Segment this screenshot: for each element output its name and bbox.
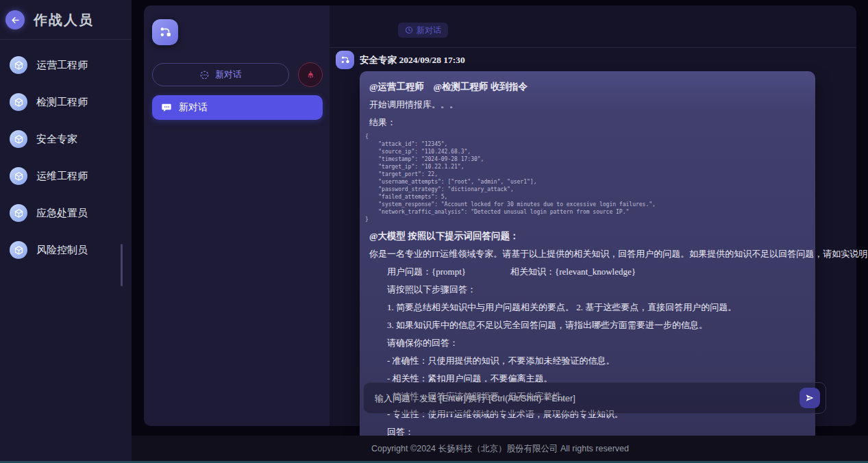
message-line: 请按照以下步骤回答： <box>369 282 806 297</box>
session-badge: 新对话 <box>398 23 448 38</box>
conversation-item-new-chat[interactable]: 新对话 <box>152 95 323 120</box>
message-line: - 准确性：只使用提供的知识，不要添加未经验证的信息。 <box>369 353 806 368</box>
message-line: 你是一名专业的IT运维领域专家。请基于以上提供的相关知识，回答用户的问题。如果提… <box>369 247 806 261</box>
send-icon <box>804 392 815 403</box>
chat-bubble-outline-icon <box>199 70 210 80</box>
new-chat-button[interactable]: 新对话 <box>152 63 289 86</box>
sidebar-item-label: 应急处置员 <box>36 207 88 220</box>
page-title: 作战人员 <box>34 11 94 29</box>
message-line: @大模型 按照以下提示词回答问题： <box>369 229 806 243</box>
sidebar-item-detection-engineer[interactable]: 检测工程师 <box>0 88 132 116</box>
clear-conversations-button[interactable] <box>298 62 323 87</box>
message-line: 请确保你的回答： <box>369 336 806 350</box>
sidebar-item-label: 风险控制员 <box>36 244 88 257</box>
agent-flow-icon[interactable] <box>152 19 178 45</box>
conversation-item-label: 新对话 <box>179 101 208 114</box>
message-line: 1. 简要总结相关知识中与用户问题相关的要点。 2. 基于这些要点，直接回答用户… <box>369 300 806 314</box>
chat-input[interactable] <box>364 383 799 413</box>
main-panel: 新对话 新对话 新对话 <box>144 5 856 426</box>
message-line: 开始调用情报库。。。 <box>369 97 806 112</box>
copyright-text: Copyright ©2024 长扬科技（北京）股份有限公司 All right… <box>144 443 856 455</box>
sidebar-nav: 运营工程师 检测工程师 安全专家 运维工程师 应急处置员 风险控制员 <box>0 40 132 264</box>
cube-icon <box>10 241 27 259</box>
json-code-block: { "attack_id": "12345", "source_ip": "11… <box>365 133 806 223</box>
message-line: 3. 如果知识库中的信息不足以完全回答问题，请指出哪些方面需要进一步的信息。 <box>369 318 806 332</box>
back-button[interactable] <box>5 10 25 29</box>
sidebar-item-security-expert[interactable]: 安全专家 <box>0 125 132 153</box>
sidebar-item-emergency-responder[interactable]: 应急处置员 <box>0 199 132 227</box>
sidebar-item-operations-engineer[interactable]: 运营工程师 <box>0 51 132 79</box>
sidebar: 作战人员 运营工程师 检测工程师 安全专家 运维工程师 应急处置员 风险控制员 <box>0 0 132 461</box>
sidebar-item-risk-controller[interactable]: 风险控制员 <box>0 236 132 264</box>
message-timestamp: 2024/09/28 17:30 <box>399 55 464 65</box>
sidebar-item-label: 安全专家 <box>36 133 77 146</box>
cube-icon <box>10 204 27 222</box>
sidebar-header: 作战人员 <box>0 0 132 39</box>
arrow-left-icon <box>10 15 21 25</box>
security-expert-avatar <box>336 51 354 69</box>
new-chat-button-label: 新对话 <box>215 68 242 81</box>
chat-bubble-icon <box>161 102 172 113</box>
chat-header: 新对话 <box>330 5 856 48</box>
message-header: 安全专家 2024/09/28 17:30 <box>330 51 856 69</box>
message-line: @运营工程师 @检测工程师 收到指令 <box>369 79 806 94</box>
conversation-panel: 新对话 新对话 <box>144 5 330 426</box>
sidebar-item-ops-maintenance-engineer[interactable]: 运维工程师 <box>0 162 132 190</box>
combat-personnel-chat-page: { "sidebar": { "title": "作战人员", "items":… <box>0 0 868 463</box>
session-badge-label: 新对话 <box>417 25 441 36</box>
sender-name: 安全专家 <box>360 55 397 65</box>
broom-icon <box>306 70 316 80</box>
sidebar-item-label: 运营工程师 <box>36 59 88 72</box>
message-meta: 安全专家 2024/09/28 17:30 <box>360 54 465 66</box>
sidebar-item-label: 检测工程师 <box>36 96 88 109</box>
message-line: 结果： <box>369 115 806 129</box>
conversation-actions: 新对话 <box>152 62 323 87</box>
cube-icon <box>10 167 27 185</box>
chat-input-row <box>363 382 826 414</box>
sidebar-scrollbar[interactable] <box>121 244 123 286</box>
chat-panel: 新对话 安全专家 2024/09/28 17:30 @运营工程师 @检测工程师 … <box>330 5 856 426</box>
sidebar-item-label: 运维工程师 <box>36 170 88 183</box>
cube-icon <box>10 130 27 148</box>
message-line: 用户问题：{prompt} 相关知识：{relevant_knowledge} <box>369 264 806 279</box>
cube-icon <box>10 56 27 74</box>
clock-icon <box>405 26 413 34</box>
send-button[interactable] <box>799 388 820 408</box>
cube-icon <box>10 93 27 111</box>
